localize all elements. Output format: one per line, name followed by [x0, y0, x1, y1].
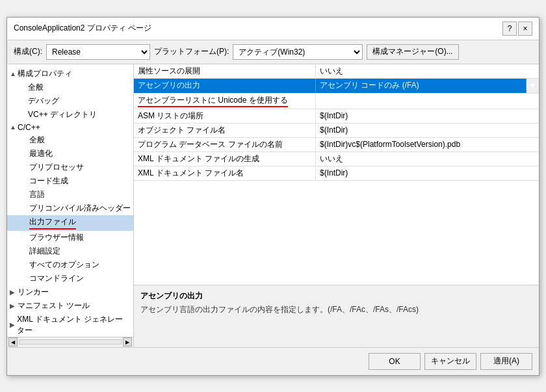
help-button[interactable]: ?	[502, 21, 517, 36]
tree-item-output-files[interactable]: 出力ファイル	[7, 215, 133, 231]
platform-label: プラットフォーム(P):	[154, 46, 229, 57]
tree-item-cmdline[interactable]: コマンドライン	[7, 272, 133, 285]
property-table: 属性ソースの展開 いいえ アセンブリの出力 アセンブリ コードのみ (/FA) …	[134, 64, 539, 285]
prop-value-asm-location: $(IntDir)	[316, 110, 539, 122]
cancel-button[interactable]: キャンセル	[424, 353, 476, 370]
tree-label: 構成プロパティ	[18, 68, 72, 79]
platform-select[interactable]: アクティブ(Win32)	[233, 44, 363, 60]
prop-value-pdb-name: $(IntDir)vc$(PlatformToolsetVersion).pdb	[316, 138, 539, 150]
scroll-left-button[interactable]: ◀	[8, 337, 18, 346]
tree-item-xml-doc[interactable]: ▶ XML ドキュメント ジェネレーター	[7, 313, 133, 337]
manager-button[interactable]: 構成マネージャー(O)...	[367, 44, 458, 60]
tree-item-general[interactable]: 全般	[7, 81, 133, 94]
prop-value-asm-output: アセンブリ コードのみ (/FA)	[316, 79, 526, 92]
prop-value-xml-filename: $(IntDir)	[316, 167, 539, 179]
apply-button[interactable]: 適用(A)	[480, 353, 532, 370]
prop-name-xml-gen: XML ドキュメント ファイルの生成	[134, 152, 316, 166]
prop-name-asm-output: アセンブリの出力	[134, 79, 316, 92]
content-area: ▲ 構成プロパティ 全般 デバッグ VC++ ディレクトリ ▲ C/C++ 全般	[7, 64, 539, 337]
scroll-right-button[interactable]: ▶	[123, 337, 132, 346]
tree-item-code-gen[interactable]: コード生成	[7, 174, 133, 188]
config-label: 構成(C):	[14, 46, 42, 57]
tree-item-linker[interactable]: ▶ リンカー	[7, 285, 133, 299]
prop-row-attr-source[interactable]: 属性ソースの展開 いいえ	[134, 64, 539, 79]
prop-row-asm-location[interactable]: ASM リストの場所 $(IntDir)	[134, 109, 539, 124]
dialog-title: ConsoleApplication2 プロパティ ページ	[14, 23, 151, 34]
bottom-description-area: アセンブリの出力 アセンブリ言語の出力ファイルの内容を指定します。(/FA、/F…	[134, 285, 539, 337]
footer: OK キャンセル 適用(A)	[7, 347, 539, 375]
prop-name-asm-unicode: アセンブラーリストに Unicode を使用する	[134, 94, 316, 109]
prop-value-asm-unicode	[316, 99, 539, 102]
prop-value-obj-filename: $(IntDir)	[316, 124, 539, 136]
right-panel: 属性ソースの展開 いいえ アセンブリの出力 アセンブリ コードのみ (/FA) …	[134, 64, 539, 337]
tree-item-all-options[interactable]: すべてのオプション	[7, 258, 133, 272]
prop-name-attr-source: 属性ソースの展開	[134, 64, 316, 78]
tree-item-debug[interactable]: デバッグ	[7, 94, 133, 108]
prop-row-pdb-name[interactable]: プログラム データベース ファイルの名前 $(IntDir)vc$(Platfo…	[134, 138, 539, 152]
tree-item-language[interactable]: 言語	[7, 188, 133, 202]
tree-item-cpp[interactable]: ▲ C/C++	[7, 122, 133, 133]
arrow-icon: ▲	[10, 70, 18, 77]
tree-item-optimization[interactable]: 最適化	[7, 147, 133, 161]
main-dialog: ConsoleApplication2 プロパティ ページ ? × 構成(C):…	[6, 17, 540, 376]
tree-item-browser-info[interactable]: ブラウザー情報	[7, 231, 133, 244]
prop-name-pdb-name: プログラム データベース ファイルの名前	[134, 138, 316, 151]
tree-item-advanced[interactable]: 詳細設定	[7, 244, 133, 258]
close-button[interactable]: ×	[518, 21, 532, 36]
toolbar: 構成(C): Release プラットフォーム(P): アクティブ(Win32)…	[7, 40, 539, 64]
dropdown-arrow-icon[interactable]: ▼	[526, 79, 539, 93]
prop-row-obj-filename[interactable]: オブジェクト ファイル名 $(IntDir)	[134, 124, 539, 138]
scroll-track[interactable]	[19, 339, 122, 345]
tree-item-preprocessor[interactable]: プリプロセッサ	[7, 161, 133, 174]
prop-row-xml-gen[interactable]: XML ドキュメント ファイルの生成 いいえ	[134, 152, 539, 166]
title-bar: ConsoleApplication2 プロパティ ページ ? ×	[7, 18, 539, 40]
prop-row-xml-filename[interactable]: XML ドキュメント ファイル名 $(IntDir)	[134, 166, 539, 181]
config-select[interactable]: Release	[46, 44, 150, 60]
ok-button[interactable]: OK	[369, 353, 421, 370]
bottom-desc: アセンブリ言語の出力ファイルの内容を指定します。(/FA、/FAc、/FAs、/…	[140, 304, 532, 315]
prop-row-asm-output[interactable]: アセンブリの出力 アセンブリ コードのみ (/FA) ▼	[134, 79, 539, 94]
prop-name-obj-filename: オブジェクト ファイル名	[134, 124, 316, 137]
bottom-title: アセンブリの出力	[140, 291, 532, 302]
prop-value-attr-source: いいえ	[316, 64, 539, 78]
prop-name-xml-filename: XML ドキュメント ファイル名	[134, 166, 316, 180]
tree-item-precompiled[interactable]: プリコンパイル済みヘッダー	[7, 202, 133, 215]
tree-item-cpp-general[interactable]: 全般	[7, 133, 133, 147]
tree-item-vcpp[interactable]: VC++ ディレクトリ	[7, 108, 133, 122]
prop-value-xml-gen: いいえ	[316, 152, 539, 166]
title-controls: ? ×	[502, 21, 532, 36]
left-panel-tree: ▲ 構成プロパティ 全般 デバッグ VC++ ディレクトリ ▲ C/C++ 全般	[7, 64, 134, 337]
tree-item-config-props[interactable]: ▲ 構成プロパティ	[7, 67, 133, 81]
tree-item-manifest[interactable]: ▶ マニフェスト ツール	[7, 299, 133, 313]
prop-name-asm-location: ASM リストの場所	[134, 109, 316, 123]
prop-row-asm-unicode[interactable]: アセンブラーリストに Unicode を使用する	[134, 94, 539, 109]
horizontal-scrollbar[interactable]: ◀ ▶	[7, 337, 134, 347]
